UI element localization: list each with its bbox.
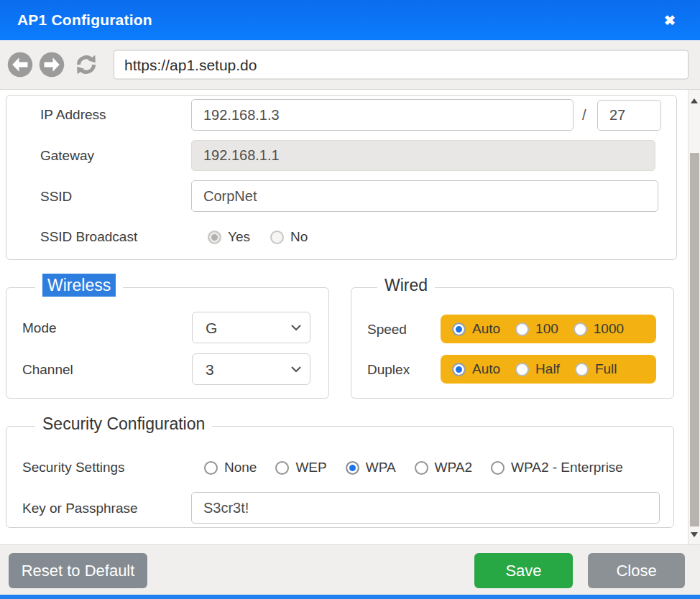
- radio-half-label: Half: [535, 361, 560, 377]
- key-passphrase-label: Key or Passphrase: [22, 501, 138, 516]
- radio-1000-label: 1000: [594, 321, 624, 337]
- radio-wpa2-label: WPA2: [435, 460, 472, 475]
- radio-half-icon: [515, 363, 529, 376]
- radio-none-label: None: [224, 460, 257, 475]
- reset-to-default-button[interactable]: Reset to Default: [9, 553, 147, 588]
- cidr-separator: /: [582, 107, 586, 124]
- refresh-icon: [73, 52, 99, 78]
- security-option-wpa2[interactable]: WPA2: [415, 460, 472, 475]
- scrollbar-thumb[interactable]: [690, 153, 699, 526]
- speed-option-auto[interactable]: Auto: [452, 321, 500, 337]
- wireless-fieldset: Wireless Mode G Channel 3: [6, 287, 329, 399]
- radio-wep-icon: [275, 461, 289, 475]
- ssid-broadcast-option-no: No: [270, 229, 308, 245]
- security-legend: Security Configuration: [35, 414, 212, 434]
- security-settings-label: Security Settings: [22, 460, 125, 475]
- radio-100-icon: [515, 322, 529, 336]
- radio-yes-icon: [208, 231, 221, 244]
- radio-auto-label: Auto: [472, 321, 500, 337]
- radio-wpa-label: WPA: [366, 460, 396, 475]
- radio-wpa2-icon: [415, 461, 428, 475]
- browser-navbar: [0, 40, 700, 90]
- radio-auto-icon: [452, 322, 466, 336]
- ssid-label: SSID: [40, 189, 72, 205]
- security-option-wpa2-enterprise[interactable]: WPA2 - Enterprise: [491, 460, 623, 475]
- footer-bar: Reset to Default Save Close: [0, 544, 700, 595]
- radio-1000-icon: [574, 322, 587, 336]
- refresh-button[interactable]: [73, 52, 99, 78]
- window-title: AP1 Configuration: [17, 11, 152, 29]
- ap1-config-window: AP1 Configuration ✖: [0, 0, 700, 599]
- duplex-radio-group: Auto Half Full: [441, 355, 656, 384]
- radio-no-icon: [270, 231, 284, 244]
- channel-select[interactable]: 3: [192, 353, 310, 385]
- page-content: IP Address / Gateway SSID SSID Broadcast…: [0, 90, 700, 544]
- duplex-option-auto[interactable]: Auto: [452, 361, 500, 377]
- window-bottom-border: [0, 595, 700, 599]
- radio-wpa2-enterprise-icon: [491, 461, 505, 475]
- scroll-up-arrow-icon[interactable]: [691, 98, 698, 103]
- url-input[interactable]: [114, 50, 689, 80]
- speed-option-100[interactable]: 100: [515, 321, 558, 337]
- prefix-length-input[interactable]: [597, 100, 661, 131]
- network-settings-panel: IP Address / Gateway SSID SSID Broadcast…: [6, 95, 677, 260]
- mode-label: Mode: [22, 320, 57, 336]
- channel-select-wrap: 3: [192, 353, 310, 385]
- forward-arrow-icon: [39, 52, 65, 78]
- radio-100-label: 100: [535, 321, 558, 337]
- speed-label: Speed: [367, 322, 407, 338]
- duplex-label: Duplex: [367, 362, 410, 378]
- duplex-option-half[interactable]: Half: [515, 361, 560, 377]
- mode-select[interactable]: G: [192, 312, 310, 343]
- radio-none-icon: [204, 461, 218, 475]
- wireless-legend: Wireless: [35, 276, 123, 295]
- security-option-wep[interactable]: WEP: [275, 460, 326, 475]
- back-arrow-icon: [7, 52, 33, 78]
- security-fieldset: Security Configuration Security Settings…: [6, 426, 674, 528]
- titlebar: AP1 Configuration ✖: [0, 0, 700, 40]
- radio-yes-label: Yes: [228, 229, 250, 245]
- radio-full-icon: [575, 363, 589, 376]
- radio-wep-label: WEP: [295, 460, 326, 475]
- key-passphrase-input[interactable]: [191, 492, 660, 524]
- radio-auto-label: Auto: [472, 361, 500, 377]
- forward-button[interactable]: [39, 52, 65, 78]
- gateway-input: [191, 140, 655, 171]
- ip-address-label: IP Address: [40, 107, 106, 123]
- vertical-scrollbar[interactable]: [688, 90, 700, 544]
- ip-address-input[interactable]: [191, 99, 574, 131]
- radio-full-label: Full: [595, 361, 617, 377]
- radio-wpa2-enterprise-label: WPA2 - Enterprise: [511, 460, 623, 475]
- gateway-label: Gateway: [40, 148, 94, 164]
- channel-label: Channel: [22, 362, 73, 378]
- radio-auto-icon: [452, 363, 466, 376]
- back-button[interactable]: [7, 52, 33, 78]
- duplex-option-full[interactable]: Full: [575, 361, 617, 377]
- speed-radio-group: Auto 100 1000: [441, 315, 656, 343]
- save-button[interactable]: Save: [474, 553, 573, 588]
- security-option-wpa[interactable]: WPA: [346, 460, 396, 475]
- scroll-down-arrow-icon[interactable]: [691, 532, 698, 537]
- wireless-legend-text: Wireless: [42, 274, 116, 297]
- close-button[interactable]: Close: [588, 553, 685, 588]
- ssid-broadcast-label: SSID Broadcast: [40, 229, 137, 245]
- wired-fieldset: Wired Speed Auto 100 1000 Duplex: [351, 287, 674, 399]
- radio-no-label: No: [290, 229, 308, 245]
- close-icon[interactable]: ✖: [664, 12, 676, 29]
- ssid-broadcast-radio-group: Yes No: [208, 229, 308, 245]
- security-option-none[interactable]: None: [204, 460, 257, 475]
- speed-option-1000[interactable]: 1000: [574, 321, 624, 337]
- ssid-input[interactable]: [191, 180, 658, 212]
- radio-wpa-icon: [346, 461, 359, 475]
- wired-legend: Wired: [377, 276, 435, 295]
- security-radio-group: None WEP WPA WPA2 WPA2 - Enterprise: [204, 460, 623, 475]
- ssid-broadcast-option-yes: Yes: [208, 229, 250, 245]
- mode-select-wrap: G: [192, 312, 310, 343]
